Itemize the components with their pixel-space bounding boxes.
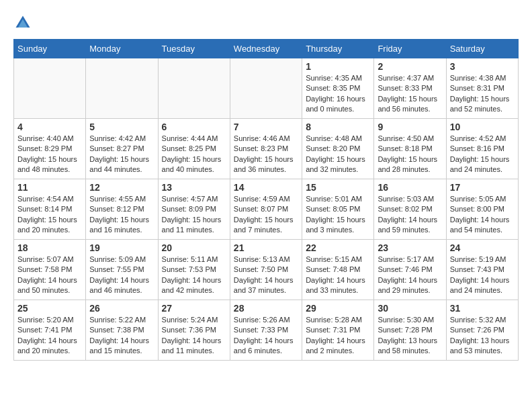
day-info: Sunrise: 4:46 AM Sunset: 8:23 PM Dayligh…: [234, 134, 298, 175]
day-info: Sunrise: 4:57 AM Sunset: 8:09 PM Dayligh…: [162, 194, 226, 236]
day-number: 10: [450, 122, 515, 132]
calendar-table: SundayMondayTuesdayWednesdayThursdayFrid…: [13, 39, 519, 361]
calendar-cell: [14, 58, 86, 119]
calendar-cell: [230, 58, 302, 119]
day-info: Sunrise: 5:11 AM Sunset: 7:53 PM Dayligh…: [162, 255, 226, 296]
calendar-cell: 24Sunrise: 5:19 AM Sunset: 7:43 PM Dayli…: [446, 240, 518, 300]
calendar-cell: 22Sunrise: 5:15 AM Sunset: 7:48 PM Dayli…: [302, 240, 374, 300]
day-number: 6: [162, 122, 226, 132]
calendar-cell: 5Sunrise: 4:42 AM Sunset: 8:27 PM Daylig…: [86, 119, 158, 179]
day-number: 30: [378, 303, 442, 314]
day-info: Sunrise: 5:28 AM Sunset: 7:31 PM Dayligh…: [306, 315, 370, 357]
day-number: 14: [234, 182, 298, 193]
week-row-5: 25Sunrise: 5:20 AM Sunset: 7:41 PM Dayli…: [14, 300, 519, 361]
day-header-monday: Monday: [86, 40, 158, 58]
day-info: Sunrise: 4:54 AM Sunset: 8:14 PM Dayligh…: [17, 194, 82, 236]
day-number: 12: [89, 182, 154, 193]
day-number: 15: [306, 182, 370, 193]
calendar-cell: 23Sunrise: 5:17 AM Sunset: 7:46 PM Dayli…: [374, 240, 446, 300]
day-info: Sunrise: 4:55 AM Sunset: 8:12 PM Dayligh…: [89, 194, 154, 236]
calendar-cell: 6Sunrise: 4:44 AM Sunset: 8:25 PM Daylig…: [158, 119, 230, 179]
calendar-cell: 1Sunrise: 4:35 AM Sunset: 8:35 PM Daylig…: [302, 58, 374, 119]
calendar-cell: 10Sunrise: 4:52 AM Sunset: 8:16 PM Dayli…: [446, 119, 518, 179]
week-row-3: 11Sunrise: 4:54 AM Sunset: 8:14 PM Dayli…: [14, 179, 519, 240]
day-number: 17: [450, 182, 515, 193]
day-number: 31: [450, 303, 515, 314]
logo: [13, 13, 35, 32]
logo-icon: [13, 13, 32, 32]
day-number: 28: [234, 303, 298, 314]
day-number: 24: [450, 242, 515, 253]
day-info: Sunrise: 5:15 AM Sunset: 7:48 PM Dayligh…: [306, 255, 370, 296]
day-number: 27: [162, 303, 226, 314]
calendar-cell: 28Sunrise: 5:26 AM Sunset: 7:33 PM Dayli…: [230, 300, 302, 361]
day-info: Sunrise: 4:35 AM Sunset: 8:35 PM Dayligh…: [306, 73, 370, 115]
day-number: 22: [306, 242, 370, 253]
day-info: Sunrise: 5:32 AM Sunset: 7:26 PM Dayligh…: [450, 315, 515, 357]
day-number: 21: [234, 242, 298, 253]
day-header-row: SundayMondayTuesdayWednesdayThursdayFrid…: [14, 40, 519, 58]
day-number: 11: [17, 182, 82, 193]
calendar-cell: 12Sunrise: 4:55 AM Sunset: 8:12 PM Dayli…: [86, 179, 158, 240]
calendar-cell: 18Sunrise: 5:07 AM Sunset: 7:58 PM Dayli…: [14, 240, 86, 300]
day-header-thursday: Thursday: [302, 40, 374, 58]
day-number: 19: [89, 242, 154, 253]
calendar-cell: 11Sunrise: 4:54 AM Sunset: 8:14 PM Dayli…: [14, 179, 86, 240]
day-number: 13: [162, 182, 226, 193]
day-number: 25: [17, 303, 82, 314]
day-number: 1: [306, 61, 370, 72]
day-info: Sunrise: 5:17 AM Sunset: 7:46 PM Dayligh…: [378, 255, 442, 296]
day-header-sunday: Sunday: [14, 40, 86, 58]
calendar-cell: 2Sunrise: 4:37 AM Sunset: 8:33 PM Daylig…: [374, 58, 446, 119]
day-info: Sunrise: 4:59 AM Sunset: 8:07 PM Dayligh…: [234, 194, 298, 236]
week-row-4: 18Sunrise: 5:07 AM Sunset: 7:58 PM Dayli…: [14, 240, 519, 300]
day-info: Sunrise: 4:42 AM Sunset: 8:27 PM Dayligh…: [89, 134, 154, 175]
day-number: 7: [234, 122, 298, 132]
day-number: 4: [17, 122, 82, 132]
calendar-cell: 30Sunrise: 5:30 AM Sunset: 7:28 PM Dayli…: [374, 300, 446, 361]
day-number: 9: [378, 122, 442, 132]
day-info: Sunrise: 5:09 AM Sunset: 7:55 PM Dayligh…: [89, 255, 154, 296]
day-info: Sunrise: 4:44 AM Sunset: 8:25 PM Dayligh…: [162, 134, 226, 175]
week-row-1: 1Sunrise: 4:35 AM Sunset: 8:35 PM Daylig…: [14, 58, 519, 119]
day-number: 20: [162, 242, 226, 253]
day-info: Sunrise: 5:20 AM Sunset: 7:41 PM Dayligh…: [17, 315, 82, 357]
calendar-cell: 20Sunrise: 5:11 AM Sunset: 7:53 PM Dayli…: [158, 240, 230, 300]
calendar-cell: 13Sunrise: 4:57 AM Sunset: 8:09 PM Dayli…: [158, 179, 230, 240]
day-info: Sunrise: 5:03 AM Sunset: 8:02 PM Dayligh…: [378, 194, 442, 236]
day-number: 5: [89, 122, 154, 132]
day-number: 18: [17, 242, 82, 253]
day-info: Sunrise: 5:13 AM Sunset: 7:50 PM Dayligh…: [234, 255, 298, 296]
page-header: [13, 13, 519, 32]
week-row-2: 4Sunrise: 4:40 AM Sunset: 8:29 PM Daylig…: [14, 119, 519, 179]
calendar-cell: 16Sunrise: 5:03 AM Sunset: 8:02 PM Dayli…: [374, 179, 446, 240]
day-header-saturday: Saturday: [446, 40, 518, 58]
day-info: Sunrise: 5:24 AM Sunset: 7:36 PM Dayligh…: [162, 315, 226, 357]
calendar-cell: 21Sunrise: 5:13 AM Sunset: 7:50 PM Dayli…: [230, 240, 302, 300]
day-info: Sunrise: 4:50 AM Sunset: 8:18 PM Dayligh…: [378, 134, 442, 175]
day-info: Sunrise: 5:07 AM Sunset: 7:58 PM Dayligh…: [17, 255, 82, 296]
day-number: 26: [89, 303, 154, 314]
day-info: Sunrise: 4:48 AM Sunset: 8:20 PM Dayligh…: [306, 134, 370, 175]
calendar-cell: 3Sunrise: 4:38 AM Sunset: 8:31 PM Daylig…: [446, 58, 518, 119]
day-info: Sunrise: 4:38 AM Sunset: 8:31 PM Dayligh…: [450, 73, 515, 115]
day-number: 16: [378, 182, 442, 193]
day-info: Sunrise: 5:26 AM Sunset: 7:33 PM Dayligh…: [234, 315, 298, 357]
day-info: Sunrise: 5:30 AM Sunset: 7:28 PM Dayligh…: [378, 315, 442, 357]
day-info: Sunrise: 5:22 AM Sunset: 7:38 PM Dayligh…: [89, 315, 154, 357]
day-info: Sunrise: 4:52 AM Sunset: 8:16 PM Dayligh…: [450, 134, 515, 175]
day-number: 29: [306, 303, 370, 314]
day-info: Sunrise: 5:19 AM Sunset: 7:43 PM Dayligh…: [450, 255, 515, 296]
day-header-tuesday: Tuesday: [158, 40, 230, 58]
day-number: 2: [378, 61, 442, 72]
day-number: 8: [306, 122, 370, 132]
calendar-cell: 27Sunrise: 5:24 AM Sunset: 7:36 PM Dayli…: [158, 300, 230, 361]
day-header-friday: Friday: [374, 40, 446, 58]
calendar-cell: 9Sunrise: 4:50 AM Sunset: 8:18 PM Daylig…: [374, 119, 446, 179]
day-info: Sunrise: 4:40 AM Sunset: 8:29 PM Dayligh…: [17, 134, 82, 175]
calendar-cell: [86, 58, 158, 119]
day-info: Sunrise: 4:37 AM Sunset: 8:33 PM Dayligh…: [378, 73, 442, 115]
day-number: 3: [450, 61, 515, 72]
calendar-cell: 7Sunrise: 4:46 AM Sunset: 8:23 PM Daylig…: [230, 119, 302, 179]
calendar-cell: 17Sunrise: 5:05 AM Sunset: 8:00 PM Dayli…: [446, 179, 518, 240]
